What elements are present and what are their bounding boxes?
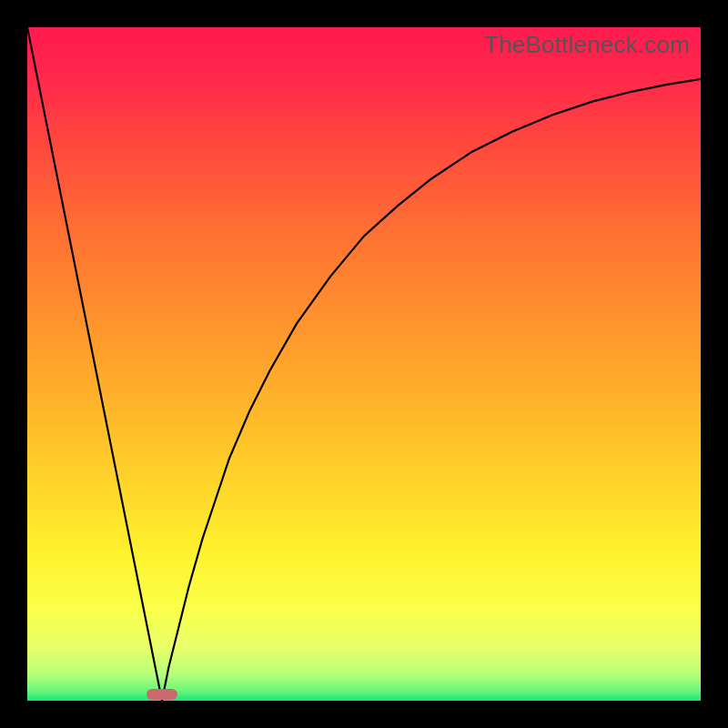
plot-area: TheBottleneck.com [27, 27, 701, 701]
bottleneck-curve [27, 27, 701, 701]
chart-canvas-frame: TheBottleneck.com [0, 0, 728, 728]
gradient-background [27, 27, 701, 701]
optimal-point-marker [147, 689, 177, 700]
watermark-text: TheBottleneck.com [484, 31, 690, 59]
